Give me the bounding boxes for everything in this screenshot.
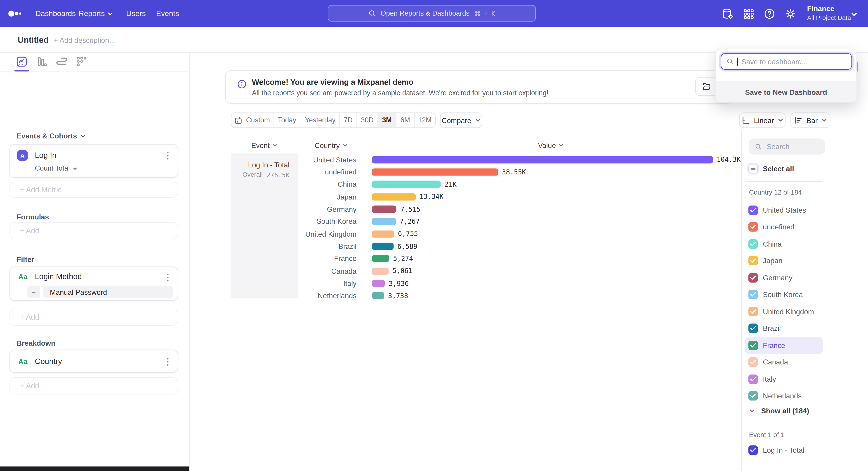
- event-summary-panel[interactable]: Log In - Total Overall 276.5K: [231, 153, 298, 298]
- country-checkbox[interactable]: [748, 239, 758, 248]
- country-filter-row[interactable]: United Kingdom: [745, 303, 823, 320]
- tab-retention[interactable]: [75, 55, 89, 69]
- bar[interactable]: [372, 292, 384, 299]
- breakdown-kebab-icon[interactable]: [163, 357, 172, 367]
- range-custom[interactable]: Custom: [231, 113, 274, 127]
- select-all-row[interactable]: Select all: [748, 164, 794, 174]
- metric-aggregation[interactable]: Count Total: [35, 165, 78, 172]
- bottom-scroll-bar[interactable]: [0, 467, 189, 471]
- country-filter-row[interactable]: Netherlands: [745, 387, 823, 405]
- nav-item-events[interactable]: Events: [156, 0, 179, 27]
- report-title[interactable]: Untitled: [18, 35, 49, 45]
- panel-divider: [745, 424, 823, 424]
- country-filter-row[interactable]: Brazil: [745, 320, 823, 337]
- event-checkbox[interactable]: [748, 445, 758, 455]
- filter-property-name[interactable]: Login Method: [35, 272, 82, 281]
- filter-card-login-method[interactable]: Aa Login Method = Manual Password: [9, 266, 178, 301]
- country-filter-row[interactable]: China: [745, 235, 823, 253]
- banner-subtitle: All the reports you see are powered by a…: [252, 89, 548, 97]
- range-3m[interactable]: 3M: [378, 113, 397, 127]
- country-checkbox[interactable]: [748, 223, 758, 232]
- show-all-toggle[interactable]: Show all (184): [749, 407, 809, 415]
- mixpanel-logo-icon[interactable]: [8, 8, 22, 19]
- tab-funnels[interactable]: [35, 55, 49, 69]
- nav-item-reports[interactable]: Reports: [79, 0, 113, 27]
- select-all-checkbox[interactable]: [748, 164, 758, 174]
- filter-kebab-icon[interactable]: [163, 273, 172, 283]
- save-dashboard-search-input[interactable]: Save to dashboard...: [721, 53, 852, 70]
- save-to-new-dashboard-button[interactable]: Save to New Dashboard: [716, 81, 857, 103]
- compare-button[interactable]: Compare: [440, 112, 482, 128]
- nav-item-dashboards[interactable]: Dashboards: [35, 0, 76, 27]
- events-cohorts-section-label[interactable]: Events & Cohorts: [17, 132, 86, 140]
- bar[interactable]: [372, 193, 416, 200]
- tab-insights[interactable]: [16, 55, 29, 69]
- country-checkbox[interactable]: [748, 391, 758, 401]
- bar[interactable]: [372, 181, 441, 188]
- country-filter-row[interactable]: Japan: [745, 253, 823, 269]
- country-filter-row[interactable]: France: [745, 337, 823, 354]
- bar-category-label: South Korea: [298, 217, 364, 226]
- nav-item-users[interactable]: Users: [126, 0, 146, 27]
- tab-flows[interactable]: [55, 55, 69, 69]
- country-checkbox[interactable]: [748, 374, 758, 384]
- range-12m[interactable]: 12M: [414, 113, 435, 127]
- data-management-icon[interactable]: [721, 7, 734, 21]
- country-checkbox[interactable]: [748, 341, 758, 350]
- country-checkbox[interactable]: [748, 357, 758, 367]
- global-search[interactable]: Open Reports & Dashboards ⌘ + K: [328, 5, 536, 22]
- country-filter-row[interactable]: United States: [745, 202, 823, 218]
- country-filter-row[interactable]: Germany: [745, 269, 823, 286]
- add-formula-button[interactable]: + Add: [9, 222, 178, 239]
- bar[interactable]: [372, 218, 396, 225]
- column-header-value[interactable]: Value: [372, 141, 730, 150]
- country-filter-row[interactable]: undefined: [745, 218, 823, 235]
- bar[interactable]: [372, 267, 389, 275]
- column-header-country[interactable]: Country: [298, 141, 364, 150]
- bar[interactable]: [372, 156, 713, 163]
- country-checkbox[interactable]: [748, 256, 758, 266]
- range-today[interactable]: Today: [274, 113, 301, 127]
- country-checkbox[interactable]: [748, 205, 758, 215]
- country-checkbox[interactable]: [748, 324, 758, 333]
- bar[interactable]: [372, 206, 397, 213]
- metric-name[interactable]: Log In: [35, 151, 56, 159]
- settings-gear-icon[interactable]: [784, 7, 797, 21]
- filter-value[interactable]: Manual Password: [43, 286, 173, 298]
- add-metric-button[interactable]: + Add Metric: [9, 182, 178, 198]
- help-icon[interactable]: [763, 7, 776, 21]
- range-7d[interactable]: 7D: [340, 113, 357, 127]
- add-filter-button[interactable]: + Add: [9, 308, 178, 326]
- country-checkbox[interactable]: [748, 273, 758, 283]
- range-30d[interactable]: 30D: [357, 113, 378, 127]
- breakdown-card-country[interactable]: Aa Country: [9, 350, 178, 373]
- bar[interactable]: [372, 243, 394, 250]
- bar[interactable]: [372, 169, 498, 176]
- add-breakdown-button[interactable]: + Add: [9, 377, 178, 394]
- chart-type-label: Bar: [807, 116, 818, 124]
- segment-search-input[interactable]: Search: [749, 139, 825, 154]
- project-chevron-down-icon[interactable]: [851, 11, 857, 18]
- metric-card-log-in[interactable]: A Log In Count Total: [9, 144, 178, 178]
- bar[interactable]: [372, 230, 394, 238]
- country-filter-row[interactable]: Canada: [745, 354, 823, 371]
- apps-grid-icon[interactable]: [742, 7, 755, 21]
- country-checkbox[interactable]: [748, 290, 758, 299]
- bar[interactable]: [372, 255, 389, 262]
- range-6m[interactable]: 6M: [396, 113, 414, 127]
- country-filter-row[interactable]: South Korea: [745, 286, 823, 303]
- bar[interactable]: [372, 280, 385, 287]
- report-description-placeholder[interactable]: + Add description...: [54, 36, 115, 45]
- project-switcher[interactable]: Finance All Project Data: [807, 4, 851, 22]
- event-filter-row[interactable]: Log In - Total: [748, 445, 804, 455]
- breakdown-property-name[interactable]: Country: [35, 357, 62, 365]
- filter-operator[interactable]: =: [27, 286, 40, 298]
- metric-kebab-icon[interactable]: [163, 151, 172, 160]
- country-filter-row[interactable]: Italy: [745, 371, 823, 387]
- range-label: Today: [278, 116, 296, 124]
- chart-type-button[interactable]: Bar: [790, 112, 830, 128]
- scale-mode-button[interactable]: Linear: [739, 112, 785, 128]
- column-header-event[interactable]: Event: [231, 141, 298, 150]
- country-checkbox[interactable]: [748, 307, 758, 316]
- range-yesterday[interactable]: Yesterday: [301, 113, 340, 127]
